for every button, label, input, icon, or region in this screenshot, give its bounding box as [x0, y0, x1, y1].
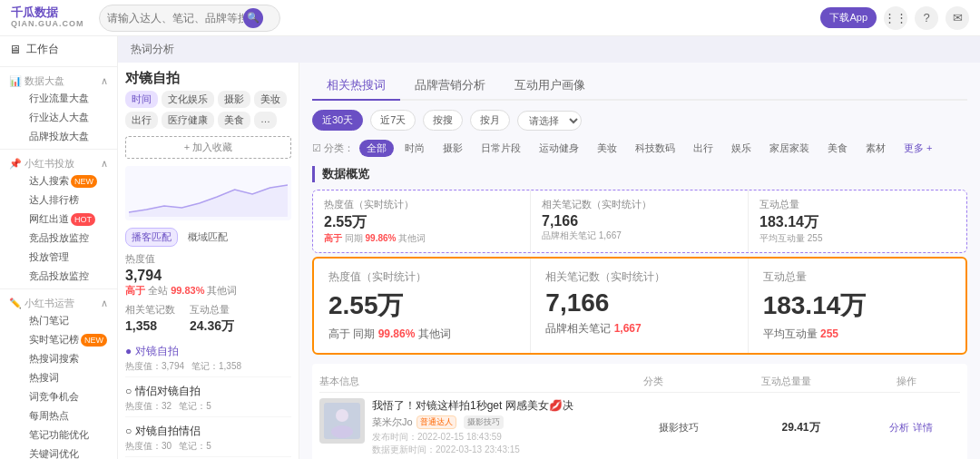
app-container: 千瓜数据 QIAN.GUA.COM 🔍 下载App ⋮⋮ ? ✉ 🖥 工作台: [0, 0, 980, 459]
tab-related-hot[interactable]: 相关热搜词: [312, 72, 400, 101]
metric-top-value-2: 183.14万: [760, 213, 956, 232]
metric-top-2: 互动总量 183.14万 平均互动量 255: [749, 190, 966, 252]
metric-big-value-2: 183.14万: [763, 288, 951, 323]
sidebar-section-databoard: 📊 数据大盘∧ 行业流量大盘 行业达人大盘 品牌投放大盘: [0, 71, 117, 150]
kw-item-2[interactable]: ○ 对镜自拍情侣 热度值：30笔记：5: [125, 420, 291, 457]
metric-top-value-1: 7,166: [542, 213, 737, 230]
mail-icon[interactable]: ✉: [946, 6, 969, 30]
hot-value: 3,794: [125, 268, 162, 284]
cat-food[interactable]: 美食: [820, 140, 855, 157]
kw-item-0[interactable]: ● 对镜自拍 热度值：3,794笔记：1,358: [125, 340, 291, 377]
tag-more[interactable]: …: [254, 112, 277, 129]
cat-fashion[interactable]: 时尚: [397, 140, 432, 157]
sidebar-category-ops[interactable]: ✏️ 小红书运营∧: [0, 293, 117, 312]
tag-food[interactable]: 美食: [218, 112, 250, 129]
area-select[interactable]: 请选择: [517, 111, 582, 131]
search-button[interactable]: 🔍: [243, 8, 263, 28]
cat-beauty[interactable]: 美妆: [590, 140, 624, 157]
metric-big-2: 互动总量 183.14万 平均互动量 255: [749, 259, 965, 353]
notes-table: 基本信息 分类 互动总量量 操作: [312, 364, 967, 459]
sidebar-sub-databoard: 行业流量大盘 行业达人大盘 品牌投放大盘: [0, 90, 117, 145]
note-thumbnail: [319, 398, 365, 444]
cat-travel[interactable]: 出行: [686, 140, 720, 157]
main-tabs: 相关热搜词 品牌营销分析 互动用户画像: [312, 72, 967, 101]
sidebar-section-ops: ✏️ 小红书运营∧ 热门笔记 实时笔记榜NEW 热搜词搜索 热搜词 词竞争机会 …: [0, 293, 117, 459]
right-panel: 相关热搜词 品牌营销分析 互动用户画像 近30天 近7天 按搜 按月 请选择: [299, 63, 980, 459]
cat-material[interactable]: 素材: [858, 140, 893, 157]
time-btn-7d[interactable]: 近7天: [370, 110, 416, 131]
panel-area: 对镜自拍 时间 文化娱乐 摄影 美妆 出行 医疗健康 美食 … + 加入收藏: [118, 63, 980, 459]
sidebar-item-workspace[interactable]: 🖥 工作台: [0, 36, 117, 63]
time-btn-month[interactable]: 按月: [470, 110, 510, 131]
author-tag: 摄影技巧: [464, 415, 504, 429]
tab-user-portrait[interactable]: 互动用户画像: [500, 72, 600, 101]
cat-more[interactable]: 更多 +: [897, 140, 939, 157]
download-app-button[interactable]: 下载App: [820, 7, 877, 28]
tag-beauty[interactable]: 美妆: [254, 91, 287, 108]
cat-entertainment[interactable]: 娱乐: [724, 140, 759, 157]
sidebar: 🖥 工作台 📊 数据大盘∧ 行业流量大盘 行业达人大盘 品牌投放大盘 📌 小红书…: [0, 36, 118, 459]
analyze-link[interactable]: 分析: [889, 421, 909, 435]
cat-daily[interactable]: 日常片段: [474, 140, 528, 157]
sidebar-sub-put: 达人搜索NEW 达人排行榜 网红出道HOT 竞品投放监控 投放管理 竞品投放监控: [0, 172, 117, 285]
sidebar-category-put[interactable]: 📌 小红书投放∧: [0, 153, 117, 172]
svg-point-2: [331, 425, 353, 438]
sidebar-section-put: 📌 小红书投放∧ 达人搜索NEW 达人排行榜 网红出道HOT 竞品投放监控 投放…: [0, 153, 117, 289]
tag-health[interactable]: 医疗健康: [162, 112, 214, 129]
table-header: 基本信息 分类 互动总量量 操作: [319, 371, 960, 393]
filter-row: 近30天 近7天 按搜 按月 请选择: [312, 110, 967, 131]
hot-sub: 高于 全站 99.83% 其他词: [125, 284, 291, 298]
col-header-info: 基本信息: [319, 375, 586, 388]
search-input[interactable]: [107, 12, 243, 24]
help-icon[interactable]: ?: [915, 6, 938, 30]
detail-link[interactable]: 详情: [913, 421, 933, 435]
add-favorite-button[interactable]: + 加入收藏: [125, 136, 291, 159]
time-btn-search[interactable]: 按搜: [423, 110, 463, 131]
kw-name-1[interactable]: ○ 情侣对镜自拍: [125, 384, 291, 399]
metric-big-value-0: 2.55万: [328, 288, 515, 323]
trend-chart: [125, 166, 291, 220]
kw-item-1[interactable]: ○ 情侣对镜自拍 热度值：32笔记：5: [125, 380, 291, 417]
workspace-icon: 🖥: [9, 43, 21, 56]
author-badge: 普通达人: [416, 415, 456, 429]
cat-sport[interactable]: 运动健身: [532, 140, 586, 157]
keyword-title: 对镜自拍: [125, 70, 291, 87]
notes-interact-stats: 相关笔记数 1,358 互动总量 24.36万: [125, 303, 291, 335]
tag-culture[interactable]: 文化娱乐: [162, 91, 214, 108]
rank-tab-podcast[interactable]: 播客匹配: [125, 228, 178, 247]
metric-top-label-1: 相关笔记数（实时统计）: [542, 198, 737, 211]
cat-tech[interactable]: 科技数码: [628, 140, 682, 157]
logo: 千瓜数据 QIAN.GUA.COM: [11, 6, 84, 28]
tag-travel[interactable]: 出行: [125, 112, 158, 129]
note-ops: 分析 详情: [862, 421, 960, 435]
stats-hot: 热度值 3,794 高于 全站 99.83% 其他词: [125, 252, 291, 298]
sidebar-section-workspace: 🖥 工作台: [0, 36, 117, 67]
rank-tab-domain[interactable]: 概域匹配: [181, 228, 234, 247]
search-bar[interactable]: 🔍: [99, 5, 280, 32]
note-title[interactable]: 我悟了！对镜这样拍1秒get 网感美女💋决: [372, 398, 617, 414]
metric-top-sub-0: 高于 同期 99.86% 其他词: [324, 232, 519, 245]
metric-top-1: 相关笔记数（实时统计） 7,166 品牌相关笔记 1,667: [531, 190, 749, 252]
cat-photo[interactable]: 摄影: [436, 140, 470, 157]
metrics-top-grid: 热度值（实时统计） 2.55万 高于 同期 99.86% 其他词 相关笔记数（实…: [312, 190, 967, 253]
cat-home[interactable]: 家居家装: [762, 140, 817, 157]
metric-big-sub-1: 品牌相关笔记 1,667: [545, 321, 732, 337]
note-interact: 29.41万: [740, 420, 862, 435]
time-btn-30d[interactable]: 近30天: [312, 110, 363, 131]
tag-time[interactable]: 时间: [125, 91, 158, 108]
kw-name-2[interactable]: ○ 对镜自拍情侣: [125, 424, 291, 439]
metric-top-value-0: 2.55万: [324, 213, 519, 232]
metric-top-sub-1: 品牌相关笔记 1,667: [542, 230, 737, 242]
note-update-time: 数据更新时间：2022-03-13 23:43:15: [372, 444, 617, 456]
header: 千瓜数据 QIAN.GUA.COM 🔍 下载App ⋮⋮ ? ✉: [0, 0, 980, 36]
tab-brand-marketing[interactable]: 品牌营销分析: [400, 72, 500, 101]
sidebar-category-databoard[interactable]: 📊 数据大盘∧: [0, 71, 117, 90]
note-author: 菜米尔Jo 普通达人 摄影技巧: [372, 415, 617, 429]
tag-photo[interactable]: 摄影: [218, 91, 250, 108]
notes-stat: 相关笔记数 1,358: [125, 303, 175, 335]
grid-icon[interactable]: ⋮⋮: [884, 6, 907, 30]
col-header-cat: 分类: [586, 375, 720, 388]
kw-name-0[interactable]: ● 对镜自拍: [125, 344, 291, 359]
metric-top-sub-2: 平均互动量 255: [760, 232, 956, 245]
cat-all[interactable]: 全部: [359, 140, 394, 157]
